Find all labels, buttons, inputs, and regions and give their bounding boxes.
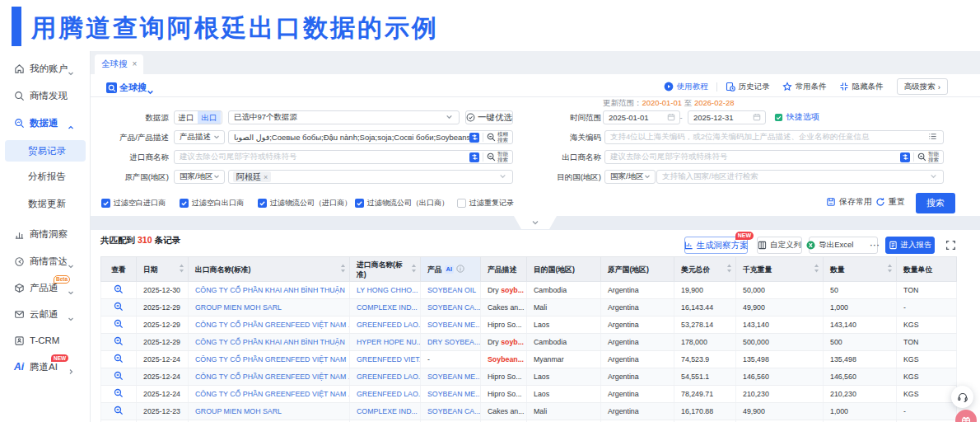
cell-exporter[interactable]: GROUP MIEN MOH SARL bbox=[189, 403, 350, 420]
cell-exporter[interactable]: GROUP MIEN MOH SARL bbox=[189, 299, 350, 316]
exporter-input[interactable]: 建议去除公司尾部字符或特殊符号 智能搜索 bbox=[604, 150, 944, 164]
sort-icon[interactable] bbox=[179, 264, 184, 275]
data-source-select[interactable]: 已选中97个数据源 bbox=[228, 110, 460, 124]
favorites-button[interactable]: 常用条件 bbox=[782, 82, 827, 92]
table-row[interactable]: 2025-12-30 CÔNG TY CỔ PHẦN KHAI ANH BÌNH… bbox=[101, 282, 957, 299]
view-record-icon[interactable] bbox=[114, 305, 124, 313]
sort-icon[interactable] bbox=[887, 264, 893, 275]
advanced-search-button[interactable]: 高级搜索› bbox=[897, 78, 948, 95]
sidebar-item-cloud-mail[interactable]: 云邮通 bbox=[0, 304, 91, 324]
filter-blank-exporter-checkbox[interactable]: 过滤空白出口商 bbox=[180, 198, 244, 208]
view-record-icon[interactable] bbox=[114, 392, 124, 400]
cell-exporter[interactable]: CÔNG TY CỔ PHẦN KHAI ANH BÌNH THUẬN bbox=[189, 282, 350, 299]
more-options-button[interactable]: ··· bbox=[870, 241, 880, 250]
origin-country-input[interactable]: 阿根廷 × bbox=[228, 170, 513, 184]
sidebar-item-tendata-ai[interactable]: Ai 腾道AI NEW bbox=[0, 357, 91, 377]
cell-importer[interactable]: COMPLEXE IND... bbox=[350, 403, 421, 420]
history-button[interactable]: 历史记录 bbox=[726, 82, 770, 92]
destination-country-select[interactable]: 国家/地区 bbox=[604, 170, 656, 184]
cell-product[interactable]: SOYBEAN ME... bbox=[421, 386, 481, 403]
cell-product[interactable]: SOYBEAN CA... bbox=[421, 403, 481, 420]
export-toggle[interactable]: 出口 bbox=[198, 111, 221, 124]
table-row[interactable]: 2025-12-24 CÔNG TY CỔ PHẦN GREENFEED VIỆ… bbox=[101, 386, 957, 403]
product-type-select[interactable]: 产品描述 bbox=[174, 130, 225, 144]
sort-icon[interactable] bbox=[814, 264, 819, 275]
sidebar-item-radar[interactable]: 商情雷达 bbox=[0, 251, 91, 271]
customize-columns-button[interactable]: 自定义列 bbox=[757, 237, 802, 254]
origin-country-select[interactable]: 国家/地区 bbox=[174, 170, 225, 184]
cell-importer[interactable]: LY HONG CHHO... bbox=[350, 282, 421, 299]
remove-tag-icon[interactable]: × bbox=[264, 173, 268, 181]
hs-code-input[interactable]: 支持4位以上海关编码，或2位海关编码加上产品描述、企业名称的任意信息 bbox=[604, 130, 944, 144]
sidebar-item-analysis-report[interactable]: 分析报告 bbox=[5, 166, 86, 187]
cell-importer[interactable]: GREENFEED LAO... bbox=[350, 386, 421, 403]
cell-exporter[interactable]: CÔNG TY CỔ PHẦN KHAI ANH BÌNH THUẬN bbox=[189, 334, 350, 351]
fullscreen-icon[interactable] bbox=[945, 239, 956, 254]
sidebar-item-data-link[interactable]: 数据通 bbox=[0, 113, 91, 133]
filter-blank-importer-checkbox[interactable]: 过滤空白进口商 bbox=[101, 198, 166, 208]
reset-button[interactable]: 重置 bbox=[875, 191, 905, 212]
product-input[interactable]: فول الصويا;Соевые бобы;Đậu nành;Soja;soj… bbox=[228, 130, 513, 144]
cell-importer[interactable]: HYPER HOPE NU... bbox=[350, 334, 421, 351]
smart-search-button[interactable]: 智能搜索 bbox=[928, 152, 939, 162]
date-to-input[interactable]: 2025-12-31 bbox=[688, 110, 766, 124]
view-record-icon[interactable] bbox=[114, 409, 124, 417]
sidebar-item-insight[interactable]: 商情洞察 bbox=[0, 224, 91, 244]
translate-icon[interactable] bbox=[900, 152, 910, 162]
table-row[interactable]: 2025-12-29 CÔNG TY CỔ PHẦN KHAI ANH BÌNH… bbox=[101, 334, 957, 351]
module-title[interactable]: 全球搜 bbox=[119, 82, 147, 94]
destination-country-input[interactable]: 支持输入国家/地区进行检索 bbox=[656, 170, 944, 184]
cell-product[interactable]: SOYBEAN ME... bbox=[421, 316, 481, 334]
search-button[interactable]: 搜索 bbox=[916, 193, 955, 213]
save-common-button[interactable]: 保存常用 bbox=[826, 191, 872, 212]
cell-product[interactable]: - bbox=[421, 351, 481, 368]
generate-insight-button[interactable]: 生成洞察方案 NEW bbox=[684, 237, 748, 254]
sort-icon[interactable] bbox=[411, 264, 417, 275]
customer-service-button[interactable] bbox=[951, 386, 973, 408]
quick-options-button[interactable]: 快捷选项 bbox=[774, 107, 819, 127]
cell-product[interactable]: DRY SOYBEA... bbox=[421, 334, 481, 351]
cell-importer[interactable]: GREENFEED VIET... bbox=[350, 351, 421, 368]
enter-report-button[interactable]: 进入报告 bbox=[885, 237, 935, 254]
sort-icon[interactable] bbox=[726, 264, 732, 275]
tutorial-button[interactable]: 使用教程 bbox=[664, 82, 708, 92]
export-excel-button[interactable]: 导出Excel ··· bbox=[809, 237, 878, 254]
cell-importer[interactable]: GREENFEED LAO... bbox=[350, 368, 421, 386]
table-row[interactable]: 2025-12-24 CÔNG TY CỔ PHẦN GREENFEED VIỆ… bbox=[101, 351, 957, 368]
cell-importer[interactable]: COMPLEXE IND... bbox=[350, 299, 421, 316]
one-click-optimize-button[interactable]: 一键优选 bbox=[465, 110, 513, 124]
filter-logistics-exporter-checkbox[interactable]: 过滤物流公司（出口商） bbox=[355, 198, 449, 208]
view-record-icon[interactable] bbox=[114, 288, 124, 296]
cell-exporter[interactable]: CÔNG TY CỔ PHẦN GREENFEED VIỆT NAM ... bbox=[189, 368, 350, 386]
fuzzy-search-button[interactable]: 模糊搜索 bbox=[497, 132, 508, 143]
import-toggle[interactable]: 进口 bbox=[175, 111, 198, 124]
filter-duplicate-checkbox[interactable]: 过滤重复记录 bbox=[457, 198, 514, 208]
cell-product[interactable]: SOYBEAN ME... bbox=[421, 368, 481, 386]
translate-icon[interactable] bbox=[469, 152, 479, 162]
smart-search-button[interactable]: 智能搜索 bbox=[497, 152, 508, 162]
sidebar-item-my-account[interactable]: 我的账户 bbox=[0, 59, 91, 78]
date-from-input[interactable]: 2025-01-01 bbox=[603, 110, 680, 124]
cell-exporter[interactable]: CÔNG TY CỔ PHẦN GREENFEED VIỆT NAM ... bbox=[189, 316, 350, 334]
hide-conditions-button[interactable]: 隐藏条件 bbox=[839, 82, 884, 92]
translate-icon[interactable] bbox=[469, 133, 479, 143]
table-row[interactable]: 2025-12-29 CÔNG TY CỔ PHẦN GREENFEED VIỆ… bbox=[101, 316, 957, 334]
table-row[interactable]: 2025-12-24 CÔNG TY CỔ PHẦN GREENFEED VIỆ… bbox=[101, 368, 957, 386]
view-record-icon[interactable] bbox=[114, 357, 124, 365]
sidebar-item-product-link[interactable]: 产品通 Beta bbox=[0, 278, 91, 298]
view-record-icon[interactable] bbox=[114, 322, 124, 331]
sidebar-item-data-update[interactable]: 数据更新 bbox=[5, 193, 86, 214]
sidebar-item-discovery[interactable]: 商情发现 bbox=[0, 86, 91, 106]
cell-product[interactable]: SOYBEAN CA... bbox=[421, 299, 481, 316]
table-row[interactable]: 2025-12-29 GROUP MIEN MOH SARL COMPLEXE … bbox=[101, 299, 957, 316]
table-row[interactable]: 2025-12-23 GROUP MIEN MOH SARL COMPLEXE … bbox=[101, 403, 957, 420]
close-icon[interactable]: × bbox=[133, 60, 138, 68]
sidebar-item-t-crm[interactable]: T-CRM bbox=[0, 331, 91, 350]
sidebar-item-trade-records[interactable]: 贸易记录 bbox=[5, 140, 86, 162]
cell-exporter[interactable]: CÔNG TY CỔ PHẦN GREENFEED VIỆT NAM bbox=[189, 351, 350, 368]
list-icon[interactable] bbox=[928, 132, 937, 143]
collapse-handle[interactable] bbox=[514, 216, 557, 229]
view-record-icon[interactable] bbox=[114, 374, 124, 382]
cell-product[interactable]: SOYBEAN OIL bbox=[421, 282, 481, 299]
cell-importer[interactable]: GREENFEED LAO... bbox=[350, 316, 421, 334]
